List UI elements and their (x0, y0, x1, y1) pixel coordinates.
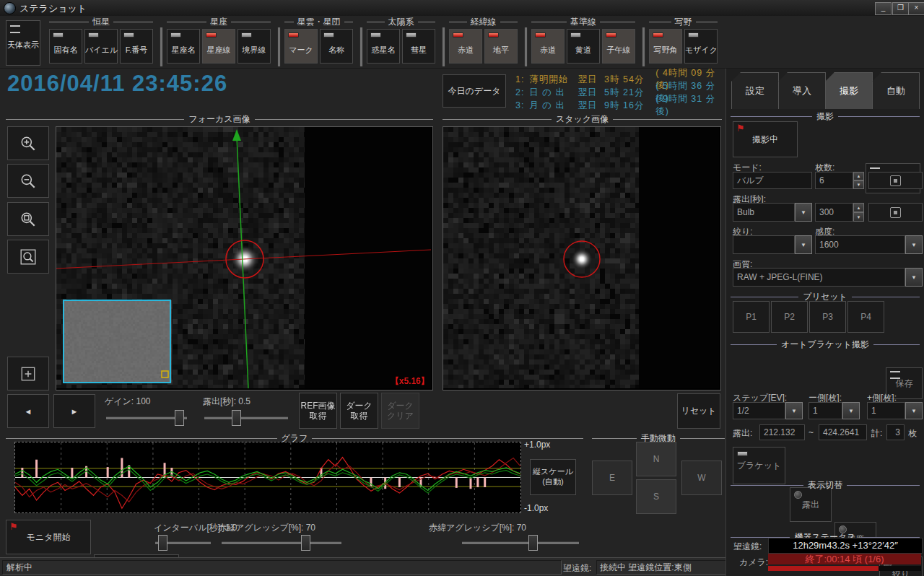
tab-goto[interactable]: 導入 (778, 72, 826, 109)
toggle-proper-name[interactable]: 固有名 (49, 29, 82, 64)
toolbar-separator (442, 27, 445, 66)
right-panel: 設定 導入 撮影 自動 撮影 ⚑撮影中 保存設定 モード: 枚数: バルブ 6 … (725, 69, 924, 576)
iso-select-arrow[interactable]: ▼ (905, 235, 923, 254)
spin-down-icon[interactable]: ▼ (853, 212, 864, 222)
toggle-constellation-boundaries[interactable]: 境界線 (237, 29, 271, 64)
focus-exposure-slider-track[interactable] (204, 416, 288, 420)
ref-image-button[interactable]: REF画像 取得 (299, 393, 337, 429)
toggle-celestial-equator[interactable]: 赤道 (531, 29, 565, 64)
exposure-preview-button[interactable] (868, 203, 923, 222)
dark-clear-button[interactable]: ダーク クリア (381, 393, 419, 429)
exposure-select-arrow[interactable]: ▼ (795, 203, 812, 222)
monitor-start-button[interactable]: ⚑モニタ開始 (6, 520, 91, 554)
aperture-select[interactable] (733, 235, 795, 254)
dec-aggressive-slider-thumb[interactable] (528, 535, 538, 551)
preset-p2-button[interactable]: P2 (771, 301, 808, 333)
aperture-select-arrow[interactable]: ▼ (795, 235, 812, 254)
ra-aggressive-slider[interactable] (222, 535, 341, 551)
toggle-comet[interactable]: 彗星 (402, 29, 435, 64)
restore-button[interactable]: ❐ (892, 2, 909, 15)
tab-shoot[interactable]: 撮影 (825, 72, 873, 109)
led-indicator (488, 32, 499, 38)
tab-settings[interactable]: 設定 (731, 72, 779, 109)
toggle-deepsky-name[interactable]: 名称 (320, 29, 353, 64)
vertical-scale-button[interactable]: 縦スケール (自動) (530, 459, 576, 495)
count-preview-button[interactable] (868, 172, 923, 189)
interval-slider-thumb[interactable] (158, 535, 167, 551)
sky-display-button[interactable]: 天体表示 (6, 20, 40, 66)
move-north-button[interactable]: N (636, 442, 676, 476)
move-east-button[interactable]: E (592, 461, 632, 495)
interval-slider[interactable] (155, 535, 211, 551)
bracket-exposure-radio[interactable]: 露出 (790, 487, 832, 522)
next-image-button[interactable]: ► (53, 394, 95, 428)
toggle-flamsteed[interactable]: F.番号 (120, 29, 153, 64)
ra-aggressive-slider-track[interactable] (222, 541, 341, 545)
preset-p3-button[interactable]: P3 (809, 301, 846, 333)
led-indicator (206, 32, 217, 38)
zoom-out-button[interactable] (7, 164, 49, 198)
spin-down-icon[interactable]: ▼ (853, 180, 864, 189)
quality-select-arrow[interactable]: ▼ (905, 268, 923, 287)
move-south-button[interactable]: S (636, 479, 676, 514)
exposure-count-field[interactable]: 300 (815, 203, 853, 222)
app-icon (4, 2, 16, 14)
toggle-fov-angle[interactable]: 写野角 (649, 29, 682, 64)
camera-progress-bar (768, 566, 921, 571)
toggle-constellation-lines[interactable]: 星座線 (202, 29, 235, 64)
dec-aggressive-slider[interactable] (462, 535, 579, 551)
focus-image-canvas[interactable] (56, 127, 431, 388)
zoom-in-button[interactable] (7, 126, 49, 160)
zoom-region-button[interactable] (7, 202, 49, 236)
stack-reset-button[interactable]: リセット (677, 393, 720, 429)
toggle-meridian[interactable]: 子午線 (602, 29, 635, 64)
focus-exposure-slider-thumb[interactable] (232, 410, 241, 426)
count-field[interactable]: 6 (815, 172, 853, 189)
dark-capture-button[interactable]: ダーク 取得 (340, 393, 378, 429)
toggle-bayer[interactable]: バイエル (84, 29, 118, 64)
toggle-planet-name[interactable]: 惑星名 (367, 29, 400, 64)
plus-frames-select[interactable]: 1 (867, 402, 905, 419)
toggle-ecliptic[interactable]: 黄道 (567, 29, 600, 64)
minus-frames-select[interactable]: 1 (808, 402, 842, 419)
radio-icon (794, 491, 802, 499)
quality-select[interactable]: RAW + JPEG-L(FINE) (733, 268, 905, 287)
toggle-constellation-name[interactable]: 星座名 (167, 29, 200, 64)
toggle-mosaic[interactable]: モザイク (684, 29, 718, 64)
exposure-select[interactable]: Bulb (733, 203, 795, 222)
preset-p1-button[interactable]: P1 (733, 301, 770, 333)
minimize-button[interactable]: _ (875, 2, 892, 15)
stack-image-canvas[interactable] (443, 127, 719, 388)
gain-slider-thumb[interactable] (175, 410, 184, 426)
toggle-deepsky-mark[interactable]: マーク (284, 29, 318, 64)
spin-up-icon[interactable]: ▲ (853, 172, 864, 180)
ra-aggressive-slider-thumb[interactable] (301, 535, 310, 551)
graph-bottom-label: -1.0px (524, 503, 548, 513)
iso-select[interactable]: 1600 (815, 235, 905, 254)
close-button[interactable]: × (908, 2, 924, 15)
toggle-horizontal-grid[interactable]: 地平 (484, 29, 518, 64)
date-time-display: 2016/04/11 23:45:26 (7, 71, 227, 97)
star-search-button[interactable] (7, 240, 49, 274)
add-region-button[interactable] (7, 357, 49, 390)
toggle-equatorial-grid[interactable]: 赤道 (449, 29, 482, 64)
square-icon (890, 175, 901, 186)
preset-p4-button[interactable]: P4 (847, 301, 884, 333)
exposure-spinner[interactable]: ▲▼ (853, 203, 864, 222)
spin-up-icon[interactable]: ▲ (853, 203, 864, 212)
range-to-field: 424.2641 (819, 424, 867, 440)
minus-frames-select-arrow[interactable]: ▼ (842, 402, 860, 419)
mode-field[interactable]: バルブ (733, 172, 812, 189)
today-data-button[interactable]: 今日のデータ (443, 74, 506, 108)
prev-image-button[interactable]: ◄ (7, 394, 49, 428)
step-select[interactable]: 1/2 (733, 402, 785, 419)
step-select-arrow[interactable]: ▼ (785, 402, 803, 419)
shooting-button[interactable]: ⚑撮影中 (733, 121, 798, 157)
dec-aggressive-slider-track[interactable] (462, 541, 579, 545)
tab-auto[interactable]: 自動 (872, 72, 920, 109)
plus-frames-select-arrow[interactable]: ▼ (905, 402, 923, 419)
move-west-button[interactable]: W (681, 461, 722, 495)
count-spinner[interactable]: ▲▼ (853, 172, 864, 189)
focus-exposure-slider[interactable] (204, 410, 288, 426)
gain-slider[interactable] (106, 410, 187, 426)
